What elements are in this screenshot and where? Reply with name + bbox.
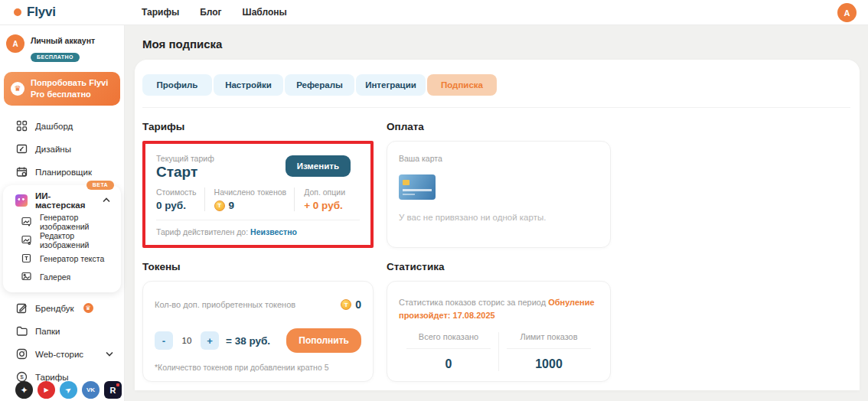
nav-blog[interactable]: Блог bbox=[200, 7, 221, 18]
tokens-quantity: 10 bbox=[180, 336, 194, 345]
sidebar-item-label: Папки bbox=[35, 327, 60, 336]
nav-templates[interactable]: Шаблоны bbox=[243, 7, 287, 18]
top-header: Flyvi Тарифы Блог Шаблоны A bbox=[0, 0, 868, 25]
stats-columns: Всего показано 0 Лимит показов 1000 bbox=[399, 332, 599, 371]
svg-text:$: $ bbox=[20, 373, 24, 380]
avatar: A bbox=[6, 34, 24, 53]
sidebar-item-label: Генератор изображений bbox=[40, 213, 121, 231]
tariffs-section-title: Тарифы bbox=[142, 121, 374, 132]
calendar-icon bbox=[15, 166, 28, 178]
sidebar-item-image-generator[interactable]: Генератор изображений bbox=[3, 213, 121, 231]
web-stories-icon bbox=[15, 348, 28, 360]
statistics-card: Статистика показов сторис за период Обну… bbox=[387, 281, 611, 382]
tokens-footnote: *Количество токенов при добавлении кратн… bbox=[155, 363, 361, 372]
tokens-count: Т 0 bbox=[341, 298, 361, 311]
subscription-panel: Профиль Настройки Рефералы Интеграции По… bbox=[135, 60, 860, 390]
top-navigation: Тарифы Блог Шаблоны bbox=[142, 7, 287, 18]
sidebar-item-label: Брендбук bbox=[35, 304, 74, 313]
tab-settings[interactable]: Настройки bbox=[214, 74, 283, 96]
tab-referrals[interactable]: Рефералы bbox=[285, 74, 354, 96]
stats-intro: Статистика показов сторис за период Обну… bbox=[399, 296, 599, 322]
payment-card: Ваша карта У вас не привязано ни одной к… bbox=[387, 141, 611, 248]
sidebar-menu: Дашборд Дизайны Планировщик bbox=[0, 115, 124, 389]
rutube-dot bbox=[116, 383, 119, 386]
sidebar-item-label: Дизайны bbox=[35, 145, 71, 154]
crown-badge-icon: ♛ bbox=[83, 303, 93, 313]
nav-tariffs[interactable]: Тарифы bbox=[142, 7, 179, 18]
card-number-line bbox=[403, 189, 432, 191]
tariff-tokens-value: Т 9 bbox=[214, 200, 287, 211]
tab-subscription[interactable]: Подписка bbox=[427, 74, 497, 96]
brand-logo[interactable]: Flyvi bbox=[14, 5, 56, 20]
tab-integrations[interactable]: Интеграции bbox=[356, 74, 426, 96]
sidebar-item-web-stories[interactable]: Web-сторис bbox=[0, 343, 124, 366]
topup-button[interactable]: Пополнить bbox=[286, 328, 361, 353]
beta-badge: BETA bbox=[86, 181, 114, 190]
settings-tabs: Профиль Настройки Рефералы Интеграции По… bbox=[142, 74, 850, 96]
user-avatar[interactable]: A bbox=[837, 3, 857, 22]
change-tariff-button[interactable]: Изменить bbox=[286, 155, 351, 177]
tariff-options-label: Доп. опции bbox=[304, 187, 345, 197]
tariff-cost-label: Стоимость bbox=[156, 187, 197, 197]
sidebar-item-label: Генератор текста bbox=[40, 254, 104, 263]
tokens-count-label: Кол-во доп. приобретенных токенов bbox=[155, 300, 295, 309]
zen-icon[interactable]: ✦ bbox=[15, 381, 33, 399]
card-holder-line bbox=[403, 194, 415, 195]
decrease-tokens-button[interactable]: - bbox=[155, 331, 173, 350]
tariff-cost-value: 0 руб. bbox=[156, 200, 197, 211]
stat-total-value: 0 bbox=[399, 349, 498, 371]
sidebar-item-text-generator[interactable]: Генератор текста bbox=[3, 249, 121, 268]
stat-total-shown: Всего показано 0 bbox=[399, 332, 498, 371]
credit-card-image bbox=[399, 174, 436, 200]
sidebar-item-label: Web-сторис bbox=[35, 350, 83, 359]
try-pro-button[interactable]: ♛ Попробовать Flyvi Pro бесплатно bbox=[4, 72, 120, 106]
folder-icon bbox=[15, 325, 28, 337]
social-links: ✦ ▶ ➤ VK R bbox=[15, 381, 122, 399]
no-card-text: У вас не привязано ни одной карты. bbox=[399, 213, 599, 222]
sidebar-item-designs[interactable]: Дизайны bbox=[0, 138, 124, 161]
token-coin-icon: Т bbox=[214, 200, 225, 211]
sidebar-item-dashboard[interactable]: Дашборд bbox=[0, 115, 124, 138]
ai-workshop-group: BETA ИИ-мастерская Генератор изображений bbox=[3, 185, 121, 292]
sidebar-item-image-editor[interactable]: Редактор изображений bbox=[3, 231, 121, 249]
increase-tokens-button[interactable]: + bbox=[201, 331, 219, 350]
sidebar-item-brandbook[interactable]: Брендбук ♛ bbox=[0, 297, 124, 320]
stat-limit-label: Лимит показов bbox=[507, 332, 591, 349]
sidebar-item-label: Тарифы bbox=[35, 373, 68, 382]
telegram-icon[interactable]: ➤ bbox=[60, 381, 77, 399]
try-pro-label: Попробовать Flyvi Pro бесплатно bbox=[31, 77, 113, 100]
tariff-tokens: Начислено токенов Т 9 bbox=[204, 187, 295, 211]
image-editor-icon bbox=[21, 235, 31, 245]
stats-section-title: Статистика bbox=[387, 261, 611, 272]
stat-limit-value: 1000 bbox=[499, 349, 599, 371]
tariff-valid-value: Неизвестно bbox=[250, 227, 297, 236]
tab-profile[interactable]: Профиль bbox=[142, 74, 212, 96]
tariff-valid-label: Тариф действителен до: bbox=[156, 227, 248, 236]
rutube-icon[interactable]: R bbox=[104, 381, 122, 399]
tariff-cost: Стоимость 0 руб. bbox=[156, 187, 204, 211]
youtube-icon[interactable]: ▶ bbox=[38, 381, 55, 399]
sidebar-item-label: Галерея bbox=[40, 272, 70, 282]
vk-icon[interactable]: VK bbox=[82, 381, 100, 399]
payment-section-title: Оплата bbox=[387, 121, 611, 132]
account-name: Личный аккаунт bbox=[31, 36, 95, 45]
tokens-card: Кол-во доп. приобретенных токенов Т 0 - … bbox=[142, 281, 374, 382]
tokens-price: = 38 руб. bbox=[226, 335, 270, 347]
sidebar-item-gallery[interactable]: Галерея bbox=[3, 268, 121, 286]
image-generator-icon bbox=[21, 217, 31, 227]
stat-limit: Лимит показов 1000 bbox=[498, 332, 599, 371]
sidebar-item-label: ИИ-мастерская bbox=[35, 191, 95, 210]
sidebar-item-ai-workshop[interactable]: ИИ-мастерская bbox=[3, 188, 121, 213]
tariff-options: Доп. опции + 0 руб. bbox=[294, 187, 353, 211]
tokens-section-title: Токены bbox=[142, 261, 374, 272]
account-summary[interactable]: A Личный аккаунт БЕСПЛАТНО bbox=[0, 25, 124, 62]
sidebar-item-label: Дашборд bbox=[35, 122, 73, 131]
sidebar-item-label: Редактор изображений bbox=[40, 231, 121, 249]
sidebar-item-folders[interactable]: Папки bbox=[0, 320, 124, 343]
gallery-icon bbox=[21, 272, 31, 282]
flyvi-logo-icon bbox=[14, 8, 21, 16]
chevron-up-icon bbox=[103, 197, 110, 203]
free-plan-badge: БЕСПЛАТНО bbox=[31, 53, 80, 62]
stat-total-label: Всего показано bbox=[406, 332, 491, 349]
card-chip bbox=[403, 180, 410, 185]
